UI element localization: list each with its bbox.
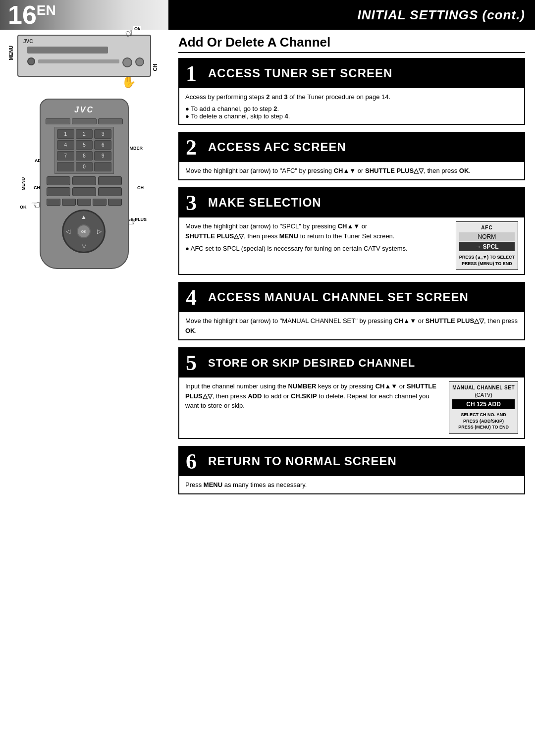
step-1-title: ACCESS TUNER SET SCREEN [208, 67, 392, 80]
step-3-bullet: ● AFC set to SPCL (special) is necessary… [185, 244, 451, 254]
menu-label-device: MENU [8, 46, 14, 60]
step-6-body: Press MENU as many times as necessary. [185, 480, 518, 490]
step-6-title: RETURN TO NORMAL SCREEN [208, 455, 397, 468]
header-right: INITIAL SETTINGS (cont.) [168, 0, 535, 30]
step-3-screen: AFC NORM → SPCL PRESS (▲,▼) TO SELECTPRE… [456, 221, 518, 270]
add-delete-title: Add Or Delete A Channel [178, 35, 525, 53]
step-1-bullet-1: ● To add a channel, go to step 2. [185, 105, 518, 112]
step-4-number: 4 [179, 283, 203, 312]
step-3-number: 3 [179, 188, 203, 217]
step-5-screen: MANUAL CHANNEL SET (CATV) CH 125 ADD SEL… [449, 381, 518, 434]
ch-label-device: CH [153, 64, 158, 71]
channel-display: CH 125 ADD [452, 399, 515, 409]
step-4-body: Move the highlight bar (arrow) to "MANUA… [185, 316, 518, 335]
ok-label-top: Ok [133, 26, 141, 32]
step-5-section: 5 STORE OR SKIP DESIRED CHANNEL Input th… [178, 347, 525, 439]
norm-item: NORM [459, 232, 515, 241]
remote-brand: JVC [46, 106, 123, 114]
device-illustration: JVC ☞ Ok CH MENU ✋ [17, 35, 151, 89]
page-number: 16EN [8, 2, 56, 28]
step-3-title: MAKE SELECTION [208, 196, 321, 209]
step-5-number: 5 [179, 348, 203, 378]
step-1-bullet-2: ● To delete a channel, skip to step 4. [185, 112, 518, 120]
step-6-section: 6 RETURN TO NORMAL SCREEN Press MENU as … [178, 446, 525, 495]
step-5-title: STORE OR SKIP DESIRED CHANNEL [208, 357, 415, 369]
catv-label: (CATV) [452, 392, 515, 398]
remote-illustration: MENU OK CH.SKIP CH SHUTTLE PLUS NUMBER A… [20, 99, 149, 269]
step-1-number: 1 [179, 59, 203, 88]
hand-pointer-remote-right: ☞ [128, 216, 138, 228]
step-4-title: ACCESS MANUAL CHANNEL SET SCREEN [208, 291, 469, 304]
ch-label-remote: CH [137, 185, 144, 190]
right-panel: Add Or Delete A Channel 1 ACCESS TUNER S… [168, 30, 535, 756]
ok-label-remote: OK [20, 205, 27, 210]
step-4-section: 4 ACCESS MANUAL CHANNEL SET SCREEN Move … [178, 282, 525, 340]
header-left: 16EN [0, 0, 168, 30]
step-2-number: 2 [179, 133, 203, 162]
page-header: 16EN INITIAL SETTINGS (cont.) [0, 0, 535, 30]
device-brand-label: JVC [23, 39, 33, 44]
step-3-section: 3 MAKE SELECTION Move the highlight bar … [178, 187, 525, 275]
hand-pointer-remote-left: ☞ [31, 199, 41, 212]
hand-pointer-device: ✋ [17, 75, 136, 89]
step-1-body: Access by performing steps 2 and 3 of th… [185, 92, 518, 102]
manual-screen-label: MANUAL CHANNEL SET [452, 385, 515, 390]
step-6-number: 6 [179, 447, 203, 476]
step-2-title: ACCESS AFC SCREEN [208, 141, 346, 154]
step-3-body: Move the highlight bar (arrow) to "SPCL"… [185, 221, 451, 241]
step-2-section: 2 ACCESS AFC SCREEN Move the highlight b… [178, 132, 525, 181]
screen-instruction-3: PRESS (▲,▼) TO SELECTPRESS (MENU) TO END [459, 254, 515, 267]
step-5-body: Input the channel number using the NUMBE… [185, 381, 444, 434]
menu-label-remote: MENU [21, 177, 26, 191]
header-title: INITIAL SETTINGS (cont.) [358, 7, 525, 23]
step-1-section: 1 ACCESS TUNER SET SCREEN Access by perf… [178, 58, 525, 125]
spcl-item: → SPCL [459, 242, 515, 251]
left-panel: JVC ☞ Ok CH MENU ✋ [0, 30, 168, 756]
main-content: JVC ☞ Ok CH MENU ✋ [0, 30, 535, 756]
afc-screen-label: AFC [459, 225, 515, 230]
manual-screen-instruction: SELECT CH NO. ANDPRESS (ADD/SKIP)PRESS (… [452, 412, 515, 431]
step-2-body: Move the highlight bar (arrow) to "AFC" … [185, 166, 518, 176]
